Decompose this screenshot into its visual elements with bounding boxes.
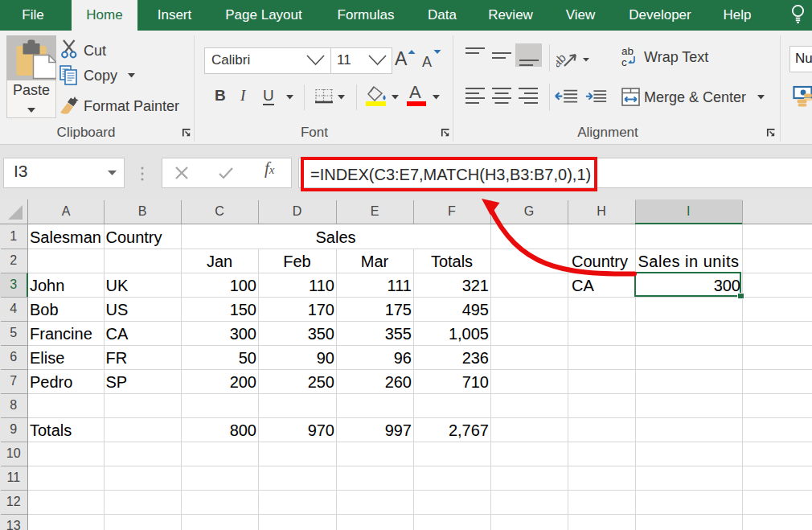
svg-text:ab: ab	[621, 46, 634, 57]
svg-text:c: c	[621, 56, 627, 68]
svg-text:ab: ab	[556, 51, 568, 68]
